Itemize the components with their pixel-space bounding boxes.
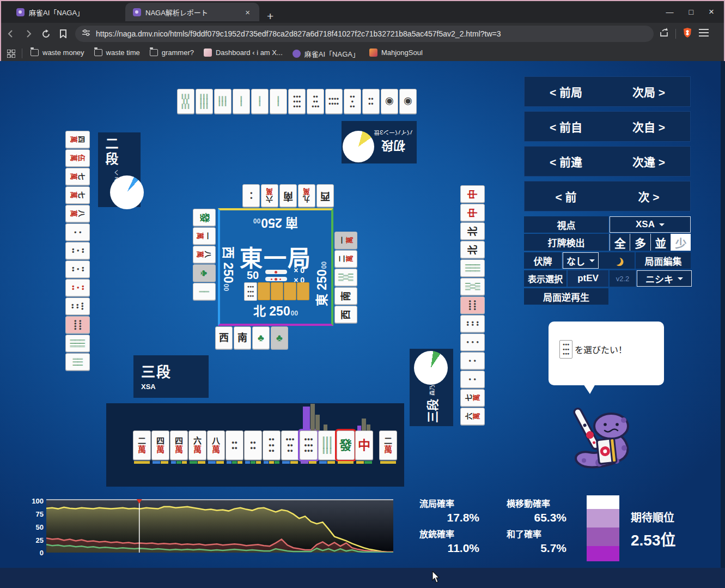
scrollbar[interactable]: [721, 61, 725, 568]
hand-tile[interactable]: 四萬: [151, 431, 169, 460]
forward-icon[interactable]: [21, 26, 36, 41]
mahjong-tile: ●● ●●: [362, 89, 380, 114]
hand-tile[interactable]: 二萬: [133, 431, 151, 460]
bookmark-item[interactable]: MahjongSoul: [364, 49, 428, 57]
probability-timeline-chart[interactable]: [46, 499, 393, 553]
browser-tab[interactable]: NAGA解析レポート ×: [125, 3, 259, 21]
hand-tile[interactable]: ●● ●●: [226, 431, 243, 460]
hand-tile[interactable]: ●● ●● ●●: [263, 431, 281, 460]
url-bar[interactable]: https://naga.dmv.nico/htmls/f9ddf079c195…: [75, 26, 654, 42]
fusehai-select[interactable]: なし: [563, 252, 599, 269]
mahjong-tile: 西: [316, 184, 334, 207]
player-name: バイバーン3世: [374, 129, 412, 137]
bottom-strip: [0, 568, 725, 588]
next-button[interactable]: 次局 >: [632, 83, 665, 100]
mahjong-tile: ║║║ ║║║ ║║║: [196, 89, 213, 114]
next-button[interactable]: 次違 >: [632, 153, 665, 169]
mahjong-tile: ║║║ ║║║: [214, 89, 231, 114]
dora-indicator-row: ●●● ●●● ●●●: [244, 282, 309, 301]
player-pie-chart: [110, 175, 144, 209]
sideways-prob-label: 横移動確率: [507, 496, 588, 510]
mahjong-tile: 六萬: [261, 184, 278, 207]
honba-stick-icon: [265, 277, 287, 281]
apps-grid-icon[interactable]: [3, 46, 19, 61]
mahjong-tile: 西: [334, 306, 357, 323]
bookmark-item[interactable]: waste money: [26, 49, 89, 57]
bookmark-icon[interactable]: [56, 26, 71, 41]
bookmark-favicon-icon: [94, 49, 102, 56]
game-board-center: 南 25000 西 25000 東 25000 北 25000 東一局 50 ×…: [218, 208, 333, 326]
hand-tile[interactable]: 八萬: [207, 431, 225, 460]
naga-speech-bubble: ●●● ●●● ●●● を選びたい！: [549, 322, 664, 385]
inner-discards-right: 一萬 二萬 ║║║ ║║ ║║║ 南 西: [334, 232, 357, 323]
mahjong-tile: 八萬: [65, 205, 90, 222]
ptev-button[interactable]: ptEV: [568, 270, 608, 287]
browser-toolbar: https://naga.dmv.nico/htmls/f9ddf079c195…: [1, 23, 724, 45]
mahjong-tile: ●● ●● ●●: [460, 315, 485, 332]
prev-button[interactable]: < 前局: [550, 83, 582, 100]
dahai-option[interactable]: 少: [671, 234, 691, 251]
mahjong-tile: ║║║ ║║ ║║║: [460, 278, 485, 295]
hand-tile[interactable]: ║║║ ║║║ ║║║: [318, 431, 336, 460]
mahjong-tile: ♣: [271, 326, 288, 349]
player-box-left: 二段 くろティラ: [98, 132, 141, 207]
prev-button[interactable]: < 前: [555, 188, 576, 204]
site-settings-icon[interactable]: [82, 29, 90, 39]
hand-tile[interactable]: 四萬: [170, 431, 188, 460]
mahjong-tile: 一萬: [334, 232, 357, 249]
next-button[interactable]: 次 >: [638, 188, 659, 204]
mahjong-tile: ║ ║: [193, 283, 216, 300]
bookmark-item[interactable]: Dashboard ‹ i am X...: [199, 49, 288, 57]
bookmark-item[interactable]: waste time: [89, 49, 145, 57]
dahai-option[interactable]: 多: [630, 234, 650, 251]
mahjong-tile: 中: [460, 204, 485, 221]
tab-close-icon[interactable]: ×: [243, 8, 252, 17]
mahjong-tile: ║║║ ║║║ ║║║: [460, 259, 485, 277]
prev-button[interactable]: < 前自: [550, 118, 582, 135]
menu-icon[interactable]: [699, 29, 709, 39]
mahjong-tile: 南: [334, 287, 357, 305]
dahai-option[interactable]: 全: [610, 234, 630, 251]
mahjong-tile: ║║║ ║║║ ║║║: [65, 335, 90, 352]
hand-tile[interactable]: ●● ●●: [244, 431, 262, 460]
window-maximize-button[interactable]: □: [689, 8, 693, 16]
hand-tile[interactable]: 二萬: [379, 431, 397, 460]
dahai-option[interactable]: 並: [650, 234, 671, 251]
browser-tab[interactable]: 麻雀AI「NAGA」 ×: [9, 1, 125, 23]
reload-icon[interactable]: [38, 26, 53, 41]
player-rank: 三段: [141, 361, 201, 381]
viewpoint-select[interactable]: XSA: [610, 216, 691, 233]
mahjong-tile: ●● ● ●●: [65, 242, 90, 259]
mahjong-tile: ║║║ ║║ ║║║: [334, 269, 357, 286]
prev-button[interactable]: < 前違: [550, 153, 582, 169]
reverse-play-button[interactable]: 局面逆再生: [524, 288, 608, 305]
window-close-button[interactable]: ×: [709, 7, 714, 17]
hand-tile[interactable]: 發: [337, 431, 355, 460]
hand-tile[interactable]: ●●● ●● ●●: [281, 431, 299, 460]
next-button[interactable]: 次自 >: [632, 118, 665, 135]
hand-tile[interactable]: 六萬: [188, 431, 206, 460]
sideways-prob-value: 65.3%: [507, 511, 566, 524]
new-tab-button[interactable]: +: [267, 10, 273, 23]
hand-tile[interactable]: 中: [355, 431, 373, 460]
hand-tile[interactable]: ●●● ●●● ●●●: [300, 431, 318, 460]
bookmark-favicon-icon: [31, 49, 39, 56]
back-icon[interactable]: [3, 26, 19, 41]
inner-discards-bottom: 西 南 ♣ ♣: [215, 326, 288, 349]
top-player-hand: ║║║ ║║ ║║║ ║║║ ║║║ ║║║ ║║║ ║║║ ║ ║ ║ ║ ║…: [177, 89, 417, 114]
model-select[interactable]: ニシキ: [637, 270, 692, 287]
mahjong-tile: 七萬: [65, 168, 90, 185]
board-edit-button[interactable]: 局面編集: [636, 252, 691, 269]
mahjong-tile: ●● ● ●●: [65, 279, 90, 296]
player-rank: 二段: [101, 137, 120, 167]
dark-mode-toggle[interactable]: [599, 252, 635, 269]
bookmark-item[interactable]: grammer?: [145, 49, 199, 57]
bookmark-favicon-icon: [293, 50, 301, 58]
win-prob-label: 和了確率: [507, 527, 588, 540]
brave-shield-icon[interactable]: [683, 27, 692, 40]
mahjong-tile: ●●● ●● ●●: [65, 298, 90, 315]
share-icon[interactable]: [659, 28, 669, 40]
window-minimize-button[interactable]: —: [666, 8, 674, 16]
dealin-prob-label: 放銃確率: [419, 527, 501, 540]
bookmark-item[interactable]: 麻雀AI「NAGA」: [288, 49, 364, 59]
